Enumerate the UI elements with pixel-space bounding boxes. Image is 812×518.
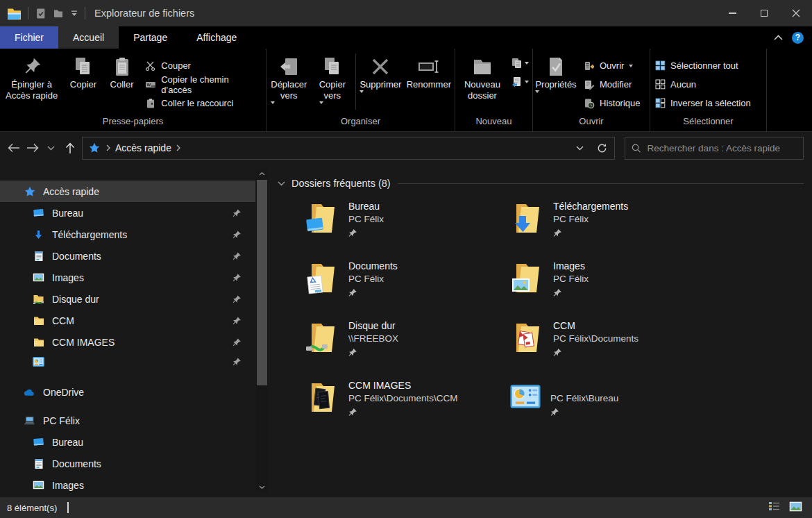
select-all-button[interactable]: Sélectionner tout: [650, 56, 756, 75]
copy-icon: [74, 54, 93, 79]
sidebar-item-ccm-images[interactable]: CCM IMAGES: [0, 331, 255, 353]
tab-fichier[interactable]: Fichier: [0, 26, 58, 49]
recent-locations-button[interactable]: [42, 139, 60, 158]
group-label-open: Ouvrir: [533, 114, 650, 131]
qat-properties-button[interactable]: [35, 8, 46, 19]
pin-icon: [232, 230, 242, 239]
history-button[interactable]: Historique: [579, 94, 645, 112]
chevron-down-icon: [47, 146, 55, 151]
pin-to-quick-access-button[interactable]: Épingler àAccès rapide: [0, 52, 63, 101]
invert-selection-button[interactable]: Inverser la sélection: [650, 94, 756, 112]
folder-view: Dossiers fréquents (8) Bureau PC Félix: [269, 164, 812, 497]
address-bar[interactable]: Accès rapide: [82, 137, 615, 160]
up-button[interactable]: [60, 139, 79, 158]
search-input[interactable]: [648, 143, 797, 153]
folder-documents-icon: [305, 261, 339, 294]
ribbon-group-select: Sélectionner tout Aucun Inverser la séle…: [650, 49, 767, 131]
pin-icon: [232, 273, 242, 282]
ribbon-group-organize: Déplacervers Copiervers Supprimer: [267, 49, 455, 131]
tile-images[interactable]: Images PC Félix: [510, 260, 715, 310]
chevron-down-icon[interactable]: [278, 181, 285, 186]
pin-icon: [553, 348, 638, 357]
section-title: Dossiers fréquents (8): [291, 178, 391, 189]
scroll-down-icon[interactable]: [256, 482, 268, 493]
qat-customize-dropdown[interactable]: [70, 10, 78, 17]
sidebar-item-documents-pc[interactable]: Documents: [0, 453, 255, 474]
select-none-button[interactable]: Aucun: [650, 75, 756, 94]
maximize-button[interactable]: [748, 0, 780, 26]
properties-button[interactable]: Propriétés: [533, 52, 579, 93]
rename-button[interactable]: Renommer: [403, 52, 455, 90]
refresh-button[interactable]: [591, 138, 613, 158]
select-all-icon: [655, 60, 666, 71]
tab-affichage[interactable]: Affichage: [182, 26, 251, 49]
sidebar-item-images[interactable]: Images: [0, 267, 255, 288]
scroll-up-icon[interactable]: [256, 168, 268, 179]
tile-ccm[interactable]: CCM PC Félix\Documents: [510, 319, 715, 370]
search-box[interactable]: [625, 137, 804, 160]
folder-network-icon: [305, 321, 339, 354]
move-to-button[interactable]: Déplacervers: [267, 52, 312, 104]
tile-ccm-images[interactable]: CCM IMAGES PC Félix\Documents\CCM: [305, 379, 510, 430]
sidebar-item-ccm[interactable]: CCM: [0, 310, 255, 331]
explorer-logo-icon: [7, 7, 22, 20]
tab-accueil[interactable]: Accueil: [58, 26, 119, 49]
new-item-button[interactable]: [509, 53, 530, 72]
new-folder-button[interactable]: Nouveaudossier: [455, 52, 509, 101]
folder-downloads-icon: [510, 201, 543, 235]
paste-shortcut-button[interactable]: Coller le raccourci: [140, 94, 266, 112]
help-button[interactable]: ?: [792, 32, 804, 44]
delete-button[interactable]: Supprimer: [358, 52, 403, 93]
paste-icon: [113, 54, 131, 79]
sidebar-item-unnamed[interactable]: [0, 353, 255, 371]
scissors-icon: [145, 60, 156, 72]
open-button[interactable]: Ouvrir: [579, 56, 645, 75]
dropdown-caret-icon: [525, 62, 529, 65]
copy-path-button[interactable]: Copier le chemin d’accès: [140, 75, 266, 94]
copy-button[interactable]: Copier: [63, 52, 103, 90]
paste-shortcut-icon: [145, 98, 156, 109]
history-icon: [584, 98, 595, 109]
sidebar-item-documents[interactable]: Documents: [0, 245, 255, 267]
minimize-button[interactable]: [716, 0, 748, 26]
sidebar-item-bureau-pc[interactable]: Bureau: [0, 431, 255, 453]
group-label-new: Nouveau: [455, 114, 532, 131]
sidebar-item-disque-dur[interactable]: Disque dur: [0, 288, 255, 310]
forward-button[interactable]: [23, 139, 42, 158]
status-bar: 8 élément(s): [0, 497, 812, 518]
collapse-ribbon-button[interactable]: [773, 31, 784, 44]
tile-bureau[interactable]: Bureau PC Félix: [305, 200, 510, 251]
back-button[interactable]: [4, 139, 23, 158]
navigation-bar: Accès rapide: [0, 132, 812, 164]
sidebar-item-telechargements[interactable]: Téléchargements: [0, 224, 255, 245]
details-view-button[interactable]: [768, 501, 780, 514]
sidebar-scrollbar[interactable]: [256, 168, 268, 493]
tile-unnamed[interactable]: PC Félix\Bureau: [510, 379, 715, 430]
sidebar-item-onedrive[interactable]: OneDrive: [0, 381, 255, 403]
address-dropdown-button[interactable]: [568, 138, 591, 158]
pin-icon: [232, 251, 242, 260]
tile-disque-dur[interactable]: Disque dur \\FREEBOX: [305, 319, 510, 370]
sidebar-item-quick-access[interactable]: Accès rapide: [0, 181, 255, 202]
documents-icon: [33, 250, 44, 262]
desktop-icon: [33, 436, 44, 448]
thumbnail-view-button[interactable]: [789, 501, 802, 515]
sidebar-item-images-pc[interactable]: Images: [0, 474, 255, 496]
edit-button[interactable]: Modifier: [579, 75, 645, 94]
close-button[interactable]: [780, 0, 812, 26]
pin-icon: [22, 54, 42, 79]
qat-new-folder-button[interactable]: [53, 8, 64, 19]
tile-documents[interactable]: Documents PC Félix: [305, 260, 510, 310]
tab-partage[interactable]: Partage: [119, 26, 182, 49]
scrollbar-thumb[interactable]: [257, 180, 267, 385]
sidebar-item-pc-felix[interactable]: PC Félix: [0, 410, 255, 431]
breadcrumb-quick-access[interactable]: Accès rapide: [115, 142, 171, 153]
paste-button[interactable]: Coller: [103, 52, 141, 90]
copy-to-button[interactable]: Copiervers: [312, 52, 354, 104]
cut-button[interactable]: Couper: [140, 56, 266, 75]
sidebar-item-bureau[interactable]: Bureau: [0, 202, 255, 224]
tile-telechargements[interactable]: Téléchargements PC Félix: [510, 200, 715, 251]
frequent-folders-section-header[interactable]: Dossiers fréquents (8): [278, 178, 804, 189]
arrow-up-icon: [65, 142, 75, 154]
easy-access-button[interactable]: [509, 72, 530, 91]
